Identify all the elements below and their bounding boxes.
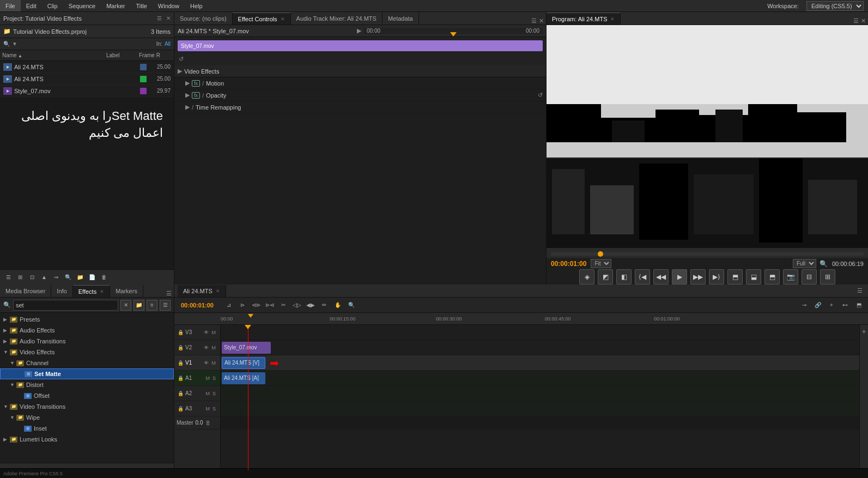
mute-btn-v3[interactable]: M [211, 329, 217, 336]
eye-btn-v1[interactable]: 👁 [203, 360, 210, 366]
menu-icon[interactable]: ☰ [157, 15, 162, 21]
tree-toggle-audio-transitions[interactable]: ▶ [3, 338, 10, 344]
overwrite-btn[interactable]: ⬓ [746, 269, 761, 285]
solo-btn-a1[interactable]: S [211, 375, 217, 382]
ec-effect-toggle-1[interactable]: ▶ [185, 92, 190, 99]
effects-list-btn[interactable]: ☰ [160, 300, 171, 311]
clear-search-btn[interactable]: ✕ [120, 300, 131, 311]
go-out-btn[interactable]: ▶⟩ [709, 269, 724, 285]
mute-btn-a2[interactable]: M [204, 390, 211, 397]
pen-btn[interactable]: ✏ [318, 300, 330, 311]
mark-clip-btn[interactable]: ◧ [616, 269, 632, 285]
eye-btn-v2[interactable]: 👁 [203, 344, 210, 351]
workspace-dropdown[interactable]: Editing (CS5.5) [806, 1, 864, 11]
lift-btn[interactable]: ⬒ [764, 269, 780, 285]
mute-btn-a3[interactable]: M [204, 406, 211, 412]
effects-tab-close[interactable]: ✕ [100, 289, 104, 294]
ec-effect-timeremap[interactable]: ▶ / Time Remapping [174, 101, 546, 113]
play-btn[interactable]: ▶ [672, 269, 687, 285]
go-in-btn[interactable]: ⟨◀ [635, 269, 650, 285]
project-item-1[interactable]: ▶ Ali 24.MTS 25.00 [0, 73, 174, 85]
tree-video-transitions[interactable]: ▼ 📁 Video Transitions [0, 401, 174, 412]
tree-toggle-audio-effects[interactable]: ▶ [3, 328, 10, 333]
effects-search-input[interactable] [13, 300, 118, 311]
solo-btn-a3[interactable]: S [211, 406, 217, 412]
monitor-fit-dropdown[interactable]: Fit [591, 259, 611, 268]
tab-effect-controls[interactable]: Effect Controls ✕ [233, 13, 291, 25]
tree-audio-transitions[interactable]: ▶ 📁 Audio Transitions [0, 336, 174, 347]
new-custom-bin-btn[interactable]: 📁 [133, 300, 144, 311]
timeline-in-out-btn[interactable]: ⊷ [839, 300, 851, 311]
ripple-edit-btn[interactable]: ⊳ [236, 300, 248, 311]
snap-btn[interactable]: ⊸ [798, 300, 810, 311]
tab-source[interactable]: Source: (no clips) [174, 13, 233, 25]
ec-effect-opacity[interactable]: ▶ fx / Opacity ↺ [174, 89, 546, 101]
menu-sequence[interactable]: Sequence [63, 0, 101, 11]
ec-opacity-reset[interactable]: ↺ [538, 92, 543, 99]
mute-btn-v1[interactable]: M [211, 360, 217, 366]
timeline-lift-btn[interactable]: ⬒ [853, 300, 865, 311]
tab-audio-track[interactable]: Audio Track Mixer: Ali 24.MTS [291, 13, 383, 25]
project-item-2[interactable]: ▶ Style_07.mov 29.97 [0, 85, 174, 97]
tab-program-monitor[interactable]: Program: Ali 24.MTS ✕ [547, 13, 621, 25]
monitor-close-icon[interactable]: ✕ [861, 17, 866, 25]
tree-offset[interactable]: ▦ Offset [0, 390, 174, 401]
track-select-btn[interactable]: ⊿ [223, 300, 235, 311]
menu-window[interactable]: Window [153, 0, 185, 11]
menu-help[interactable]: Help [185, 0, 208, 11]
new-bin-btn[interactable]: 📁 [74, 272, 86, 283]
tree-toggle-video-effects[interactable]: ▼ [3, 349, 10, 355]
ec-effect-motion[interactable]: ▶ fx / Motion [174, 77, 546, 89]
menu-clip[interactable]: Clip [42, 0, 63, 11]
effects-menu-icon[interactable]: ☰ [166, 290, 172, 297]
tab-effects[interactable]: Effects ✕ [73, 285, 110, 297]
solo-btn-a2[interactable]: S [211, 390, 217, 397]
rate-stretch-btn[interactable]: ⊳⊲ [264, 300, 276, 311]
eye-btn-v3[interactable]: 👁 [203, 329, 210, 336]
menu-marker[interactable]: Marker [101, 0, 130, 11]
menu-title[interactable]: Title [130, 0, 152, 11]
tree-toggle-presets[interactable]: ▶ [3, 317, 10, 322]
tree-presets[interactable]: ▶ 📁 Presets [0, 314, 174, 325]
icon-view-btn[interactable]: ⊞ [14, 272, 26, 283]
magnify-icon[interactable]: 🔍 [820, 260, 828, 268]
timeline-tab-close[interactable]: ✕ [216, 288, 220, 294]
menu-file[interactable]: File [0, 0, 21, 11]
tree-set-matte[interactable]: ▦ Set Matte [0, 368, 174, 379]
tab-info[interactable]: Info [51, 285, 72, 297]
tree-wipe[interactable]: ▼ 📁 Wipe [0, 412, 174, 423]
project-panel-close[interactable]: ✕ [166, 15, 171, 21]
tree-channel[interactable]: ▼ 📁 Channel [0, 358, 174, 368]
razor-btn[interactable]: ✂ [277, 300, 289, 311]
ec-section-toggle[interactable]: ▶ [178, 68, 182, 75]
mark-out-btn[interactable]: ◩ [598, 269, 613, 285]
step-back-btn[interactable]: ◀◀ [653, 269, 669, 285]
col-name[interactable]: Name [2, 52, 106, 58]
find-btn[interactable]: 🔍 [62, 272, 74, 283]
tree-video-effects[interactable]: ▼ 📁 Video Effects [0, 347, 174, 358]
tree-audio-effects[interactable]: ▶ 📁 Audio Effects [0, 325, 174, 336]
ec-expand-icon[interactable]: ▶ [357, 27, 361, 34]
menu-edit[interactable]: Edit [21, 0, 42, 11]
insert-btn[interactable]: ⬒ [727, 269, 743, 285]
automate-btn[interactable]: ⇒ [50, 272, 62, 283]
safe-margins-btn[interactable]: ⊞ [820, 269, 835, 285]
tab-timeline[interactable]: Ali 24.MTS ✕ [178, 285, 226, 297]
monitor-quality-dropdown[interactable]: Full [793, 259, 816, 268]
monitor-menu-icon[interactable]: ☰ [853, 17, 859, 25]
export-frame-btn[interactable]: 📷 [783, 269, 798, 285]
tab-ec-close[interactable]: ✕ [281, 16, 285, 22]
mute-btn-v2[interactable]: M [211, 344, 217, 351]
tab-media-browser[interactable]: Media Browser [0, 285, 51, 297]
clear-btn[interactable]: 🗑 [98, 272, 110, 283]
tree-lumetri-looks[interactable]: ▶ 📁 Lumetri Looks [0, 434, 174, 445]
tree-toggle-wipe[interactable]: ▼ [10, 415, 16, 420]
mark-in-btn[interactable]: ◈ [579, 269, 594, 285]
clip-ali24-a[interactable]: Ali 24.MTS [A] [222, 372, 265, 384]
panel-close-icon[interactable]: ✕ [539, 17, 544, 25]
tree-distort[interactable]: ▼ 📁 Distort [0, 379, 174, 390]
slide-tool-btn[interactable]: ◀▶ [305, 300, 317, 311]
hand-btn[interactable]: ✋ [332, 300, 344, 311]
search-dropdown[interactable]: ▼ [12, 41, 17, 47]
slip-tool-btn[interactable]: ◁▷ [291, 300, 303, 311]
